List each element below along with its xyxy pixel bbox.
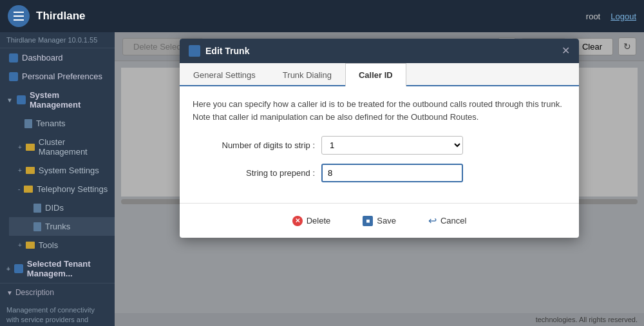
digits-to-strip-row: Number of digits to strip : 0 1 2 3 4 5 bbox=[193, 136, 566, 155]
cancel-button[interactable]: ↩ Cancel bbox=[422, 211, 473, 230]
sidebar-item-cluster-management[interactable]: + Cluster Management bbox=[9, 133, 115, 161]
plus-icon: + bbox=[18, 242, 22, 249]
sidebar-item-dashboard[interactable]: Dashboard bbox=[0, 48, 115, 67]
caller-id-description: Here you can specify how a caller id is … bbox=[193, 98, 566, 123]
sidebar-item-label: Tools bbox=[39, 240, 58, 250]
main-content: Delete Selected » Select Clear ↻ technol… bbox=[115, 32, 644, 326]
menu-button[interactable] bbox=[8, 5, 30, 27]
sidebar-item-label: Cluster Management bbox=[39, 137, 108, 157]
sidebar-item-label: Telephony Settings bbox=[37, 184, 108, 194]
sidebar-item-system-settings[interactable]: + System Settings bbox=[9, 161, 115, 180]
dashboard-icon bbox=[9, 53, 18, 62]
sidebar-item-trunks[interactable]: Trunks bbox=[9, 217, 115, 236]
sidebar-item-label: DIDs bbox=[45, 203, 64, 213]
dids-icon bbox=[33, 204, 41, 213]
sidebar-item-label: Tenants bbox=[36, 119, 66, 128]
delete-icon: ✕ bbox=[292, 216, 303, 226]
sidebar-item-label: Dashboard bbox=[22, 53, 63, 62]
modal-footer: ✕ Delete ■ Save ↩ Cancel bbox=[180, 203, 579, 238]
save-button[interactable]: ■ Save bbox=[356, 213, 402, 229]
selected-tenant-icon bbox=[14, 264, 23, 273]
modal-body: Here you can specify how a caller id is … bbox=[180, 86, 579, 203]
sidebar-section-selected-tenant[interactable]: + Selected Tenant Managem... bbox=[0, 254, 115, 283]
sidebar-item-tools[interactable]: + Tools bbox=[9, 236, 115, 254]
app-version: Thirdlane Manager 10.0.1.55 bbox=[0, 32, 115, 48]
plus-icon: + bbox=[18, 144, 22, 151]
digits-to-strip-label: Number of digits to strip : bbox=[193, 140, 321, 150]
tab-caller-id[interactable]: Caller ID bbox=[345, 63, 406, 86]
current-user: root bbox=[586, 12, 600, 21]
tenants-icon bbox=[24, 119, 32, 128]
section-toggle: + bbox=[6, 265, 10, 273]
minus-icon: - bbox=[18, 186, 20, 193]
string-to-prepend-input[interactable] bbox=[321, 164, 463, 182]
trunks-icon bbox=[33, 222, 41, 231]
personal-prefs-icon bbox=[9, 72, 18, 81]
modal-header: Edit Trunk ✕ bbox=[180, 39, 579, 63]
sidebar-item-telephony-settings[interactable]: - Telephony Settings bbox=[9, 180, 115, 198]
telephony-folder-icon bbox=[24, 186, 33, 193]
digits-to-strip-select[interactable]: 0 1 2 3 4 5 bbox=[321, 136, 463, 155]
toggle-arrow: ▼ bbox=[6, 289, 13, 296]
sidebar-item-label: System Settings bbox=[39, 166, 99, 175]
sidebar-item-label: Trunks bbox=[45, 222, 70, 231]
save-icon: ■ bbox=[363, 216, 373, 226]
description-body: Management of connectivity with service … bbox=[0, 302, 115, 326]
delete-button[interactable]: ✕ Delete bbox=[286, 213, 337, 229]
app-title: Thirdlane bbox=[36, 10, 586, 23]
modal-title: Edit Trunk bbox=[205, 46, 556, 56]
description-toggle[interactable]: ▼ Description bbox=[0, 283, 115, 302]
section-toggle: ▼ bbox=[6, 97, 13, 104]
string-to-prepend-control bbox=[321, 164, 566, 182]
section-label: System Management bbox=[30, 90, 108, 110]
tab-trunk-dialing[interactable]: Trunk Dialing bbox=[269, 63, 345, 86]
modal-edit-trunk: Edit Trunk ✕ General Settings Trunk Dial… bbox=[180, 39, 579, 238]
sidebar-section-system-management[interactable]: ▼ System Management bbox=[0, 86, 115, 114]
modal-tabs: General Settings Trunk Dialing Caller ID bbox=[180, 63, 579, 86]
tab-general-settings[interactable]: General Settings bbox=[180, 63, 269, 86]
sidebar-item-dids[interactable]: DIDs bbox=[9, 198, 115, 217]
description-toggle-label: Description bbox=[15, 288, 54, 297]
cluster-folder-icon bbox=[26, 144, 35, 151]
section-label: Selected Tenant Managem... bbox=[27, 259, 108, 278]
sidebar-item-label: Personal Preferences bbox=[22, 72, 102, 81]
plus-icon: + bbox=[18, 167, 22, 174]
modal-close-button[interactable]: ✕ bbox=[562, 46, 570, 56]
sidebar: Thirdlane Manager 10.0.1.55 Dashboard Pe… bbox=[0, 32, 115, 326]
sidebar-item-tenants[interactable]: Tenants bbox=[9, 114, 115, 133]
digits-to-strip-control: 0 1 2 3 4 5 bbox=[321, 136, 566, 155]
sidebar-item-personal-preferences[interactable]: Personal Preferences bbox=[0, 67, 115, 86]
string-to-prepend-row: String to prepend : bbox=[193, 164, 566, 182]
logout-link[interactable]: Logout bbox=[611, 12, 636, 21]
string-to-prepend-label: String to prepend : bbox=[193, 168, 321, 178]
modal-overlay: Edit Trunk ✕ General Settings Trunk Dial… bbox=[115, 32, 644, 326]
system-settings-folder-icon bbox=[26, 167, 35, 174]
cancel-icon: ↩ bbox=[428, 215, 437, 227]
modal-header-icon bbox=[189, 45, 200, 57]
tools-folder-icon bbox=[26, 242, 35, 249]
system-mgmt-icon bbox=[17, 95, 26, 104]
